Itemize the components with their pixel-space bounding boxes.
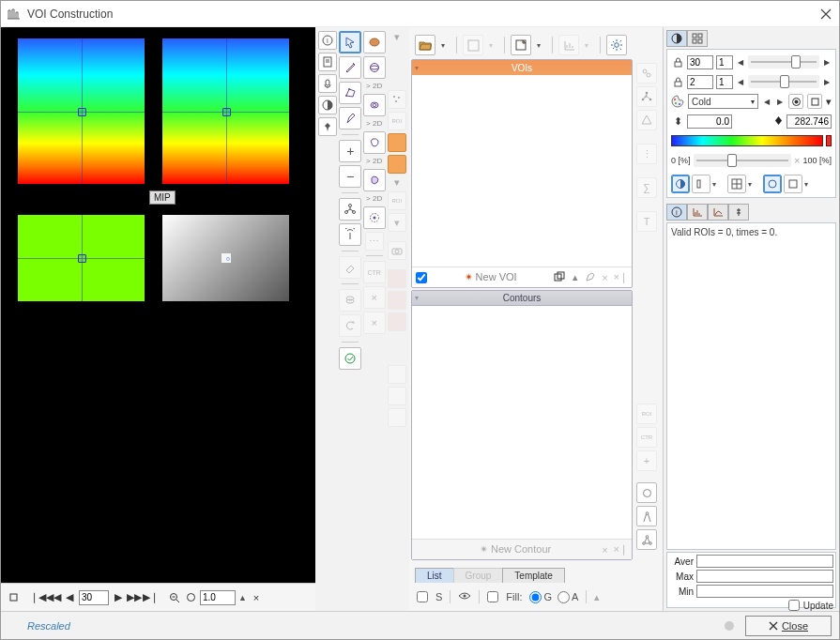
step-forward-button[interactable]: ▶▶: [128, 591, 141, 604]
win2b-input[interactable]: [716, 75, 733, 89]
pen-tool[interactable]: [339, 107, 361, 130]
view-top-left[interactable]: [18, 38, 145, 184]
shape-circle-button[interactable]: [763, 175, 782, 193]
confirm-tool[interactable]: [339, 347, 361, 370]
minus-tool[interactable]: −: [339, 165, 361, 188]
zoom-up-button[interactable]: ▲: [238, 593, 247, 602]
pointer-tool[interactable]: [339, 31, 361, 53]
frame-input[interactable]: [79, 590, 109, 605]
mic-icon[interactable]: [318, 74, 337, 93]
shape-rect-button[interactable]: [784, 175, 802, 193]
edit-voi-icon[interactable]: [584, 270, 596, 284]
save-dropdown-icon[interactable]: ▾: [489, 41, 498, 50]
info-icon[interactable]: i: [318, 31, 337, 50]
w1-slider[interactable]: [748, 55, 819, 69]
play-back-button[interactable]: ◀: [63, 591, 76, 604]
palette-icon[interactable]: [671, 95, 684, 108]
cbot-up-icon[interactable]: ▴: [594, 591, 600, 603]
vois-list[interactable]: [412, 75, 632, 267]
voi-visible-checkbox[interactable]: [416, 272, 427, 283]
last-frame-button[interactable]: ▶❘: [144, 591, 157, 604]
grid-tab[interactable]: [687, 30, 708, 47]
pal-opt2-icon[interactable]: [807, 94, 822, 109]
layout-button[interactable]: [727, 175, 746, 193]
mode-b-button[interactable]: [692, 175, 710, 193]
max-input[interactable]: [696, 570, 833, 583]
circle-shape-icon[interactable]: [636, 482, 657, 503]
contours-collapse-icon[interactable]: ▾: [412, 294, 421, 302]
view-bottom-right[interactable]: [162, 215, 289, 301]
close-window-button[interactable]: [818, 7, 833, 22]
w1-left-button[interactable]: ◀: [736, 58, 745, 67]
mode-dd-icon[interactable]: ▾: [712, 180, 720, 189]
win1b-input[interactable]: [716, 55, 733, 69]
lock1-icon[interactable]: [671, 55, 684, 69]
crop-icon[interactable]: [7, 591, 20, 604]
max-val-input[interactable]: [787, 114, 832, 129]
blob-tool[interactable]: [363, 169, 386, 191]
update-checkbox[interactable]: [788, 600, 800, 611]
sphere2-tool[interactable]: [363, 56, 386, 79]
dashed-circle-tool[interactable]: [363, 206, 386, 229]
fill-a-radio[interactable]: [557, 591, 570, 603]
pal-opt1-icon[interactable]: [788, 94, 803, 109]
contrast-icon[interactable]: [318, 96, 337, 114]
w2-left-button[interactable]: ◀: [736, 78, 745, 86]
chart-dropdown-icon[interactable]: ▾: [585, 41, 594, 50]
draw-tool[interactable]: [339, 56, 361, 79]
delete-voi-icon[interactable]: ×: [602, 272, 607, 283]
pal-left-button[interactable]: ◀: [762, 98, 771, 106]
scale-tab[interactable]: [728, 204, 749, 221]
step-back-button[interactable]: ◀◀: [47, 591, 60, 604]
layout-dd-icon[interactable]: ▾: [748, 180, 756, 189]
pal-right-button[interactable]: ▶: [775, 98, 785, 106]
eye-icon[interactable]: [458, 591, 471, 602]
tab-template[interactable]: Template: [502, 568, 565, 583]
fill-g-radio[interactable]: [529, 591, 542, 603]
view-bottom-left[interactable]: [18, 215, 145, 301]
plus-tool[interactable]: +: [339, 140, 361, 162]
note-dropdown-icon[interactable]: ▾: [537, 41, 546, 50]
delete-all-voi-icon[interactable]: ×❘: [614, 271, 628, 283]
col-collapse-icon[interactable]: ▾: [394, 31, 400, 43]
note-button[interactable]: [511, 35, 531, 55]
hierarchy-tool[interactable]: [339, 198, 361, 221]
fill-checkbox[interactable]: [487, 591, 498, 602]
close-viewer-button[interactable]: ×: [250, 591, 263, 604]
col2-collapse-icon[interactable]: ▾: [394, 176, 400, 189]
min-val-input[interactable]: [687, 114, 732, 129]
close-button[interactable]: Close: [745, 616, 832, 636]
voi-up-icon[interactable]: ▴: [573, 271, 578, 283]
contours-list[interactable]: [412, 306, 632, 539]
new-contour-button[interactable]: ✴ New Contour: [435, 543, 596, 556]
zoom-input[interactable]: [200, 590, 236, 605]
iso-tool[interactable]: [363, 94, 386, 116]
view-top-right[interactable]: [162, 38, 289, 184]
info-tab[interactable]: i: [666, 204, 687, 221]
open-dropdown-icon[interactable]: ▾: [441, 41, 451, 50]
antenna-tool[interactable]: [339, 223, 361, 246]
delete-all-contour-icon[interactable]: ×❘: [614, 543, 628, 556]
orange-mode-2-icon[interactable]: [388, 155, 406, 174]
pct-x-icon[interactable]: ×: [794, 155, 800, 166]
zoom-reset-icon[interactable]: [184, 591, 197, 604]
pal-dd-icon[interactable]: ▾: [826, 96, 832, 108]
copy-voi-icon[interactable]: [554, 271, 567, 284]
new-voi-button[interactable]: ✴ New VOI: [433, 271, 548, 283]
mode-a-button[interactable]: [671, 175, 690, 193]
lock2-icon[interactable]: [671, 75, 684, 88]
aver-input[interactable]: [696, 555, 833, 568]
first-frame-button[interactable]: ❘◀: [31, 591, 44, 604]
delete-contour-icon[interactable]: ×: [602, 544, 607, 556]
region-tool[interactable]: [363, 131, 386, 154]
report-icon[interactable]: [318, 53, 337, 71]
nodes-icon[interactable]: [636, 529, 657, 550]
pct-slider[interactable]: [694, 154, 792, 167]
orange-mode-1-icon[interactable]: [388, 133, 406, 152]
tab-list[interactable]: List: [415, 568, 454, 583]
gear-button[interactable]: [606, 35, 627, 55]
vois-collapse-icon[interactable]: ▾: [412, 64, 421, 72]
polygon-tool[interactable]: [339, 82, 361, 104]
compass-icon[interactable]: [636, 506, 657, 526]
histogram-tab[interactable]: [687, 204, 708, 221]
